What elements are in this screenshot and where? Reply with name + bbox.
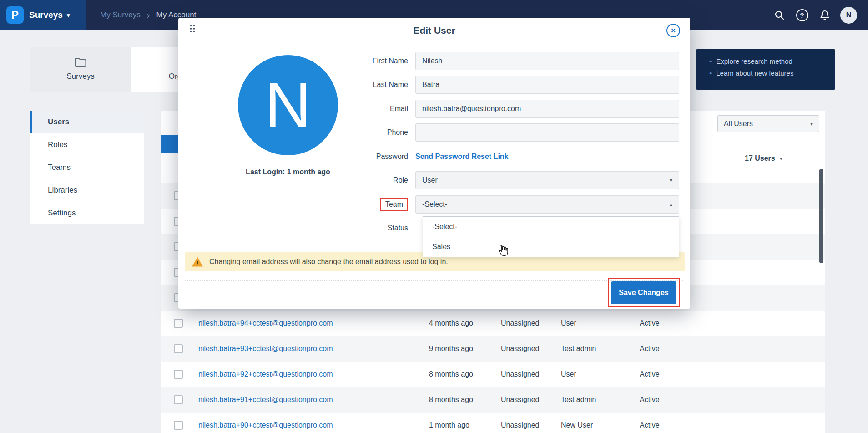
send-password-reset-link[interactable]: Send Password Reset Link bbox=[415, 153, 509, 161]
chevron-down-icon: ▾ bbox=[67, 12, 70, 19]
folder-icon bbox=[75, 57, 86, 67]
settings-sidebar: Users Roles Teams Libraries Settings bbox=[30, 111, 144, 224]
status-cell: Active bbox=[640, 421, 660, 429]
search-button[interactable] bbox=[772, 8, 787, 22]
team-cell: Unassigned bbox=[501, 370, 540, 378]
user-email-link[interactable]: nilesh.batra+94+cctest@questionpro.com bbox=[198, 319, 333, 327]
first-name-field[interactable] bbox=[415, 52, 679, 70]
chevron-down-icon: ▾ bbox=[670, 177, 672, 183]
users-count-dropdown[interactable]: 17 Users ▾ bbox=[745, 154, 782, 163]
phone-field[interactable] bbox=[415, 123, 679, 142]
row-checkbox[interactable] bbox=[174, 421, 183, 430]
product-name: Surveys bbox=[29, 10, 63, 20]
bullet-icon: • bbox=[709, 57, 712, 65]
team-label: Team bbox=[338, 198, 415, 211]
user-email-link[interactable]: nilesh.batra+93+cctest@questionpro.com bbox=[198, 345, 333, 353]
role-value: User bbox=[422, 176, 438, 184]
last-name-field[interactable] bbox=[415, 76, 679, 94]
team-option-select[interactable]: -Select- bbox=[423, 217, 679, 237]
row-checkbox[interactable] bbox=[174, 395, 183, 404]
breadcrumb-my-surveys[interactable]: My Surveys bbox=[100, 10, 141, 20]
team-cell: Unassigned bbox=[501, 345, 540, 353]
role-cell: User bbox=[561, 370, 576, 378]
promo-panel: • Explore research method • Learn about … bbox=[696, 49, 835, 90]
email-field[interactable] bbox=[415, 100, 679, 118]
row-checkbox[interactable] bbox=[174, 344, 183, 353]
first-name-row: First Name bbox=[338, 52, 679, 70]
user-email-link[interactable]: nilesh.batra+91+cctest@questionpro.com bbox=[198, 396, 333, 404]
navbar-actions: ? N bbox=[772, 7, 868, 24]
warning-text: Changing email address will also change … bbox=[209, 258, 448, 266]
sidebar-item-label: Settings bbox=[48, 209, 76, 218]
sidebar-item-label: Libraries bbox=[48, 186, 77, 195]
status-cell: Active bbox=[640, 319, 660, 327]
questionpro-logo: P bbox=[6, 6, 24, 24]
row-checkbox[interactable] bbox=[174, 370, 183, 379]
help-button[interactable]: ? bbox=[795, 8, 809, 22]
last-login-cell: 1 month ago bbox=[429, 421, 469, 429]
avatar-letter: N bbox=[846, 11, 852, 19]
team-select[interactable]: -Select- ▴ bbox=[415, 195, 679, 214]
row-checkbox[interactable] bbox=[174, 319, 183, 328]
status-cell: Active bbox=[640, 370, 660, 378]
modal-title: Edit User bbox=[413, 25, 455, 36]
sidebar-item-libraries[interactable]: Libraries bbox=[30, 179, 144, 202]
team-option-sales[interactable]: Sales bbox=[423, 237, 679, 257]
close-button[interactable]: ✕ bbox=[666, 24, 680, 37]
status-label: Status bbox=[338, 224, 415, 232]
tab-surveys[interactable]: Surveys bbox=[30, 47, 131, 92]
sidebar-item-roles[interactable]: Roles bbox=[30, 133, 144, 156]
promo-link-research[interactable]: • Explore research method bbox=[709, 57, 835, 65]
sidebar-item-users[interactable]: Users bbox=[30, 111, 144, 133]
user-email-link[interactable]: nilesh.batra+90+cctest@questionpro.com bbox=[198, 421, 333, 429]
table-row: nilesh.batra+90+cctest@questionpro.com 1… bbox=[161, 413, 825, 433]
email-label: Email bbox=[338, 105, 415, 113]
sidebar-item-teams[interactable]: Teams bbox=[30, 156, 144, 179]
team-value: -Select- bbox=[422, 200, 447, 209]
bullet-icon: • bbox=[709, 69, 712, 77]
email-row: Email bbox=[338, 100, 679, 118]
promo-link-features[interactable]: • Learn about new features bbox=[709, 69, 835, 77]
role-cell: Test admin bbox=[561, 345, 596, 353]
first-name-label: First Name bbox=[338, 57, 415, 65]
last-login-text: Last Login: 1 month ago bbox=[229, 168, 347, 176]
search-icon bbox=[774, 10, 785, 20]
user-avatar[interactable]: N bbox=[840, 7, 857, 24]
table-row: nilesh.batra+91+cctest@questionpro.com 8… bbox=[161, 387, 825, 413]
status-cell: Active bbox=[640, 345, 660, 353]
users-count-label: 17 Users bbox=[745, 154, 775, 163]
status-cell: Active bbox=[640, 396, 660, 404]
last-login-cell: 8 months ago bbox=[429, 370, 473, 378]
chevron-down-icon: ▾ bbox=[780, 155, 782, 162]
scrollbar-thumb[interactable] bbox=[819, 169, 823, 263]
users-filter-select[interactable]: All Users ▾ bbox=[717, 115, 819, 132]
password-row: Password Send Password Reset Link bbox=[338, 148, 679, 166]
notifications-button[interactable] bbox=[818, 8, 832, 22]
avatar-letter: N bbox=[265, 68, 311, 142]
warning-icon: ! bbox=[192, 256, 203, 267]
role-label: Role bbox=[338, 176, 415, 184]
team-cell: Unassigned bbox=[501, 421, 540, 429]
table-row: nilesh.batra+94+cctest@questionpro.com 4… bbox=[161, 311, 825, 336]
users-filter-value: All Users bbox=[724, 120, 753, 128]
role-select[interactable]: User ▾ bbox=[415, 171, 679, 189]
promo-text: Explore research method bbox=[716, 57, 792, 65]
user-avatar-large: N bbox=[238, 55, 338, 155]
last-login-cell: 9 months ago bbox=[429, 345, 473, 353]
last-login-cell: 4 months ago bbox=[429, 319, 473, 327]
save-changes-button[interactable]: Save Changes bbox=[611, 281, 676, 304]
breadcrumb-separator-icon: › bbox=[147, 10, 150, 20]
footer-divider bbox=[185, 280, 683, 281]
bell-icon bbox=[819, 10, 830, 20]
product-menu[interactable]: P Surveys ▾ bbox=[0, 0, 86, 30]
last-login-cell: 8 months ago bbox=[429, 396, 473, 404]
user-email-link[interactable]: nilesh.batra+92+cctest@questionpro.com bbox=[198, 370, 333, 378]
edit-user-modal: ⠿ Edit User ✕ N Last Login: 1 month ago … bbox=[178, 18, 690, 309]
drag-handle-icon[interactable]: ⠿ bbox=[188, 23, 197, 36]
team-row: Team -Select- ▴ bbox=[338, 195, 679, 214]
product-label: Surveys ▾ bbox=[29, 10, 70, 20]
team-label-annotation: Team bbox=[380, 198, 408, 211]
sidebar-item-settings[interactable]: Settings bbox=[30, 202, 144, 224]
close-icon: ✕ bbox=[671, 27, 676, 34]
team-cell: Unassigned bbox=[501, 396, 540, 404]
